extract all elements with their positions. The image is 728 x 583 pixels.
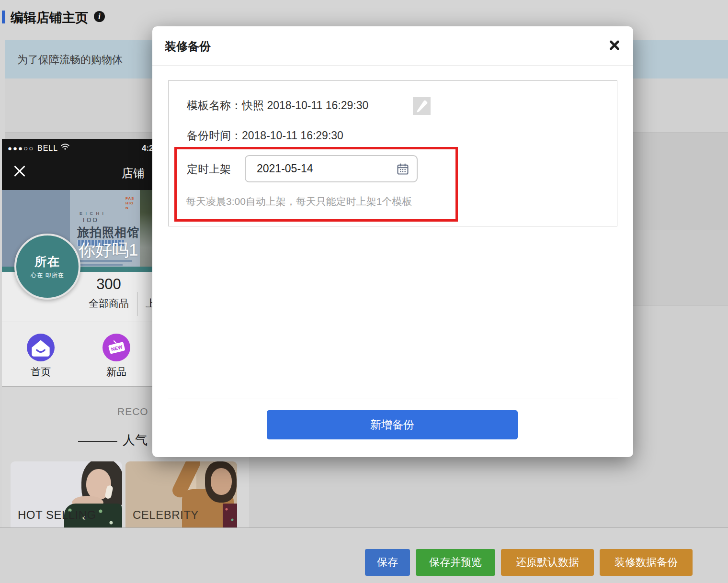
schedule-date-value: 2021-05-14 (257, 162, 313, 175)
stats-divider (137, 292, 138, 316)
template-name-value: 快照 2018-10-11 16:29:30 (242, 99, 368, 112)
carrier-label: BELL (37, 144, 58, 153)
add-backup-button[interactable]: 新增备份 (267, 410, 518, 439)
template-name-label: 模板名称： (187, 99, 242, 112)
schedule-hint: 每天凌晨3:00自动上架，每天只能定时上架1个模板 (186, 195, 412, 208)
heading-dash (78, 441, 117, 442)
wifi-icon (60, 143, 70, 150)
edit-template-name-button[interactable] (413, 97, 431, 115)
phone-statusbar: ●●●○○ BELL 4:2 店铺 (2, 139, 166, 190)
notice-text: 为了保障流畅的购物体 (17, 53, 123, 67)
shop-quick-tabs: 首页 NEW 新品 (2, 322, 166, 387)
save-button[interactable]: 保存 (365, 549, 410, 576)
new-tag-icon: NEW (102, 334, 130, 361)
pencil-icon (413, 97, 431, 115)
save-and-preview-button[interactable]: 保存并预览 (416, 549, 495, 576)
section-eyebrow: RECO (117, 406, 148, 417)
modal-footer-divider (168, 399, 618, 399)
promo-card-label: HOT SELLING (18, 508, 96, 522)
info-icon[interactable]: i (94, 11, 105, 22)
page-title: 编辑店铺主页 (11, 9, 88, 26)
photo-face (211, 468, 232, 495)
signal-dots-icon: ●●●○○ (8, 144, 34, 152)
clock-label: 4:2 (142, 144, 154, 153)
decoration-backup-button[interactable]: 装修数据备份 (600, 549, 693, 576)
promo-card-celebrity[interactable]: CELEBRITY (125, 461, 237, 527)
shop-logo-slogan: 心在 即所在 (16, 271, 79, 280)
modal-close-icon[interactable] (607, 38, 622, 52)
section-heading: 人气 (123, 432, 148, 448)
shop-logo: 所在 心在 即所在 (14, 234, 80, 300)
schedule-date-input[interactable]: 2021-05-14 (245, 155, 418, 182)
product-count-label: 全部商品 (73, 297, 145, 310)
home-icon (27, 334, 55, 361)
banner-fashion-text: FAS HIO N (125, 196, 135, 211)
banner-caption-line (77, 264, 123, 266)
banner-overlay-title: 你好吗1 (79, 239, 138, 261)
photo-floral-dress (223, 504, 237, 527)
banner-brand-line2: TOO (82, 217, 99, 224)
backup-time-value: 2018-10-11 16:29:30 (242, 129, 343, 142)
page: 编辑店铺主页 i 为了保障流畅的购物体 ●●●○○ BELL 4:2 店铺 (0, 0, 728, 583)
phone-nav-title: 店铺 (122, 166, 145, 181)
tab-home-label: 首页 (21, 365, 61, 379)
banner-poster-title: 旅拍照相馆 (77, 224, 139, 240)
template-name-row: 模板名称：快照 2018-10-11 16:29:30 (187, 98, 368, 113)
footer-action-bar: 保存 保存并预览 还原默认数据 装修数据备份 (0, 527, 728, 583)
backup-modal: 装修备份 模板名称：快照 2018-10-11 16:29:30 备份时间：20… (152, 26, 633, 457)
close-icon[interactable] (12, 164, 27, 178)
modal-header-divider (152, 65, 633, 66)
backup-time-label: 备份时间： (187, 129, 242, 142)
promo-card-hot-selling[interactable]: HOT SELLING (11, 461, 122, 527)
product-count: 300 (73, 276, 145, 293)
shop-logo-name: 所在 (16, 254, 79, 269)
schedule-label: 定时上架 (187, 162, 231, 177)
calendar-icon[interactable] (396, 162, 410, 176)
tab-new-label: 新品 (96, 365, 136, 379)
promo-card-label: CELEBRITY (133, 508, 199, 522)
title-accent-bar (2, 11, 5, 23)
modal-title: 装修备份 (165, 39, 211, 54)
restore-default-button[interactable]: 还原默认数据 (501, 549, 594, 576)
banner-brand-line1: E I C H I (80, 211, 104, 216)
backup-time-row: 备份时间：2018-10-11 16:29:30 (187, 128, 343, 143)
